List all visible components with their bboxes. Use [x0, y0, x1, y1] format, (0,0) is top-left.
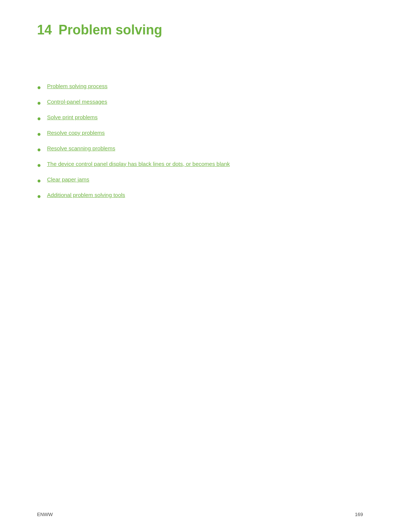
- toc-list-item: ●Control-panel messages: [37, 98, 363, 108]
- toc-list: ●Problem solving process●Control-panel m…: [37, 82, 363, 201]
- toc-link-4[interactable]: Resolve copy problems: [47, 129, 105, 137]
- toc-link-5[interactable]: Resolve scanning problems: [47, 144, 115, 153]
- toc-list-item: ●The device control panel display has bl…: [37, 160, 363, 170]
- toc-list-item: ●Problem solving process: [37, 82, 363, 93]
- bullet-icon: ●: [37, 176, 41, 186]
- toc-list-item: ●Solve print problems: [37, 113, 363, 124]
- chapter-heading: 14 Problem solving: [37, 22, 363, 38]
- bullet-icon: ●: [37, 129, 41, 139]
- toc-list-item: ●Resolve copy problems: [37, 129, 363, 139]
- toc-list-item: ●Resolve scanning problems: [37, 144, 363, 155]
- bullet-icon: ●: [37, 191, 41, 201]
- toc-link-7[interactable]: Clear paper jams: [47, 175, 89, 184]
- bullet-icon: ●: [37, 160, 41, 170]
- toc-link-1[interactable]: Problem solving process: [47, 82, 107, 91]
- chapter-number: 14: [37, 22, 52, 38]
- toc-link-6[interactable]: The device control panel display has bla…: [47, 160, 230, 168]
- footer: ENWW 169: [37, 512, 363, 517]
- bullet-icon: ●: [37, 83, 41, 93]
- footer-right: 169: [355, 512, 363, 517]
- footer-left: ENWW: [37, 512, 53, 517]
- page-container: 14 Problem solving ●Problem solving proc…: [0, 0, 400, 532]
- chapter-title: Problem solving: [59, 22, 162, 38]
- toc-link-8[interactable]: Additional problem solving tools: [47, 191, 125, 200]
- bullet-icon: ●: [37, 114, 41, 124]
- bullet-icon: ●: [37, 145, 41, 155]
- bullet-icon: ●: [37, 98, 41, 108]
- toc-link-2[interactable]: Control-panel messages: [47, 98, 107, 106]
- toc-link-3[interactable]: Solve print problems: [47, 113, 98, 122]
- toc-list-item: ●Clear paper jams: [37, 175, 363, 186]
- toc-list-item: ●Additional problem solving tools: [37, 191, 363, 201]
